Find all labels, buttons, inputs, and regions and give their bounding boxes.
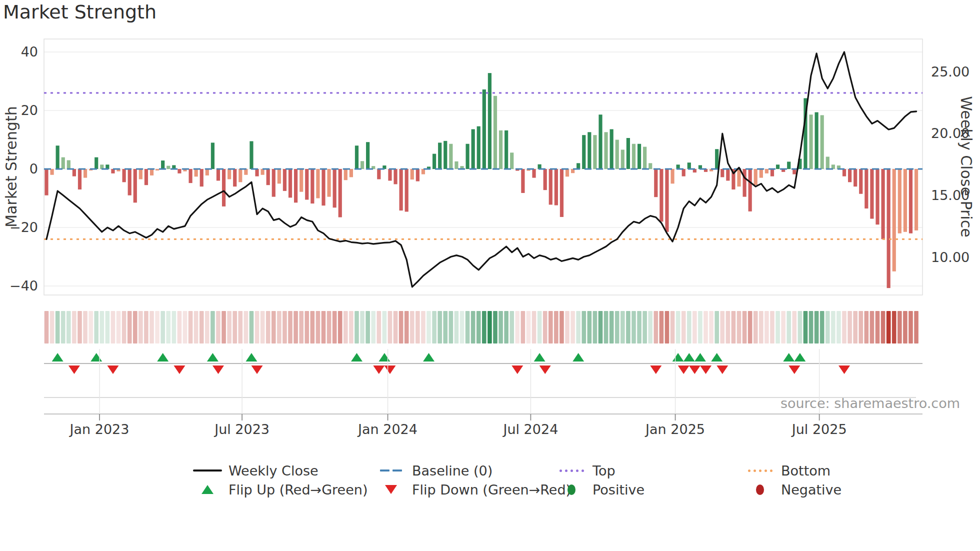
strength-bar xyxy=(316,169,320,198)
strength-bar xyxy=(300,169,303,192)
strength-bar xyxy=(416,169,420,182)
strength-bar xyxy=(632,144,636,169)
heatmap-cell xyxy=(476,311,481,344)
heatmap-cell xyxy=(443,311,448,344)
strength-bar xyxy=(355,146,358,169)
flip-up-markers xyxy=(52,353,806,362)
strength-bar xyxy=(787,162,790,169)
strength-bar xyxy=(648,163,652,169)
strength-bar xyxy=(720,169,724,177)
strength-bar xyxy=(466,144,469,169)
heatmap-cell xyxy=(820,311,824,344)
strength-bar xyxy=(848,169,852,182)
strength-bar xyxy=(499,130,502,169)
strength-bar xyxy=(482,90,486,169)
strength-bar xyxy=(576,163,580,169)
heatmap-cell xyxy=(360,311,364,344)
y2-axis-ticks: 25.0020.0015.0010.00 xyxy=(931,64,970,265)
strength-bar xyxy=(549,169,552,204)
heatmap-cell xyxy=(670,311,675,344)
heatmap-cell xyxy=(781,311,786,344)
strength-bar xyxy=(250,141,253,169)
heatmap-cell xyxy=(565,311,570,344)
heatmap-cell xyxy=(654,311,658,344)
heatmap-cell xyxy=(50,311,54,344)
x-tick-label: Jan 2024 xyxy=(357,422,418,437)
heatmap-cell xyxy=(294,311,298,344)
heatmap-cell xyxy=(886,311,891,344)
heatmap-cell xyxy=(848,311,852,344)
strength-bar xyxy=(477,126,480,169)
heatmap-cell xyxy=(698,311,702,344)
heatmap-cell xyxy=(366,311,370,344)
heatmap-cell xyxy=(172,311,176,344)
flip-down-icon xyxy=(716,366,728,374)
heatmap-cell xyxy=(764,311,769,344)
strength-bar xyxy=(128,169,132,196)
strength-bar xyxy=(754,169,758,185)
heatmap-cell xyxy=(194,311,198,344)
heatmap-cell xyxy=(898,311,902,344)
strength-bar xyxy=(870,169,874,218)
strength-bar xyxy=(266,169,270,185)
strength-bar xyxy=(211,142,214,169)
strength-bar xyxy=(405,169,408,212)
heatmap-cell xyxy=(128,311,132,344)
heatmap-cell xyxy=(588,311,592,344)
heatmap-cell xyxy=(676,311,680,344)
strength-bar xyxy=(410,169,414,180)
heatmap-cell xyxy=(61,311,66,344)
heatmap-cell xyxy=(798,311,802,344)
strength-bar xyxy=(914,169,918,230)
heatmap-cell xyxy=(692,311,697,344)
strength-bar xyxy=(322,169,325,206)
strength-bar xyxy=(820,115,824,169)
y2-tick-label: 25.00 xyxy=(931,64,970,80)
strength-bar xyxy=(582,135,586,169)
heatmap-cell xyxy=(831,311,836,344)
strength-bar xyxy=(881,169,884,239)
strength-bar xyxy=(278,169,281,184)
flip-up-icon xyxy=(423,353,434,362)
flip-down-icon xyxy=(678,366,690,374)
x-tick-label: Jan 2023 xyxy=(69,422,130,437)
heatmap-cell xyxy=(332,311,337,344)
heatmap-cell xyxy=(178,311,182,344)
flip-down-icon xyxy=(700,366,712,374)
strength-bar xyxy=(200,169,204,186)
strength-bar xyxy=(654,169,658,197)
flip-up-icon xyxy=(684,353,695,362)
strength-bar xyxy=(350,169,353,177)
strength-bar xyxy=(616,140,619,170)
strength-bar xyxy=(84,169,87,178)
y-tick-label: 40 xyxy=(21,44,38,60)
x-tick-label: Jul 2023 xyxy=(214,422,270,437)
y-tick-label: 20 xyxy=(21,102,38,118)
heatmap-cell xyxy=(200,311,204,344)
strength-bar xyxy=(400,169,403,210)
heatmap-cell xyxy=(665,311,670,344)
strength-bar xyxy=(598,114,602,169)
heatmap-cell xyxy=(726,311,730,344)
strength-bar xyxy=(134,169,137,202)
strength-bar xyxy=(748,169,752,212)
flip-down-icon xyxy=(373,366,384,374)
strength-bar xyxy=(588,132,591,169)
heatmap-cell xyxy=(322,311,326,344)
heatmap-cell xyxy=(615,311,620,344)
heatmap-cell xyxy=(394,311,398,344)
heatmap-cell xyxy=(876,311,880,344)
flip-up-icon xyxy=(90,353,102,362)
heatmap-cell xyxy=(610,311,614,344)
flip-up-icon xyxy=(711,353,722,362)
strength-bar xyxy=(366,142,370,169)
heatmap-cell xyxy=(44,311,49,344)
heatmap-cell xyxy=(272,311,276,344)
flip-down-icon xyxy=(650,366,662,374)
market-strength-figure: Market Strength Market Strength Weekly C… xyxy=(0,0,980,551)
heatmap-cell xyxy=(864,311,869,344)
strength-bar xyxy=(272,169,276,197)
heatmap-cell xyxy=(155,311,160,344)
heatmap-cell xyxy=(83,311,88,344)
heatmap-cell xyxy=(759,311,764,344)
